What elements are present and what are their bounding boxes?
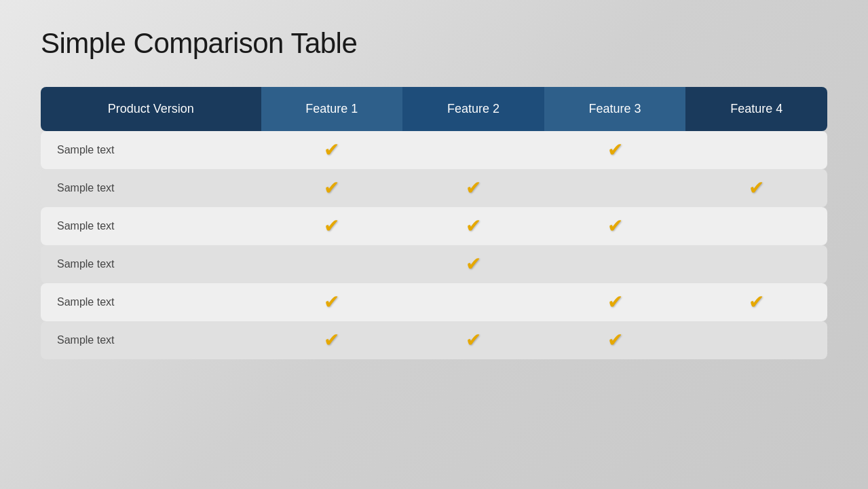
cell-feature2: ✔ — [402, 245, 544, 283]
table-row: Sample text✔✔✔ — [41, 207, 827, 245]
row-label: Sample text — [41, 245, 261, 283]
cell-feature2 — [402, 131, 544, 169]
cell-feature4: ✔ — [685, 169, 827, 207]
cell-feature1: ✔ — [261, 321, 403, 359]
checkmark-icon: ✔ — [466, 331, 481, 350]
cell-feature4 — [685, 245, 827, 283]
cell-feature4 — [685, 131, 827, 169]
checkmark-icon: ✔ — [466, 217, 481, 236]
row-label: Sample text — [41, 169, 261, 207]
row-label: Sample text — [41, 321, 261, 359]
row-label: Sample text — [41, 283, 261, 321]
cell-feature4 — [685, 321, 827, 359]
header-feature2: Feature 2 — [402, 87, 544, 131]
cell-feature1 — [261, 245, 403, 283]
checkmark-icon: ✔ — [749, 179, 764, 198]
table-row: Sample text✔✔✔ — [41, 283, 827, 321]
table-row: Sample text✔ — [41, 245, 827, 283]
cell-feature3: ✔ — [544, 207, 686, 245]
checkmark-icon: ✔ — [607, 217, 623, 236]
cell-feature4 — [685, 207, 827, 245]
cell-feature4: ✔ — [685, 283, 827, 321]
cell-feature3 — [544, 169, 686, 207]
header-product: Product Version — [41, 87, 261, 131]
header-feature3: Feature 3 — [544, 87, 686, 131]
comparison-table: Product Version Feature 1 Feature 2 Feat… — [41, 87, 827, 359]
checkmark-icon: ✔ — [607, 141, 623, 160]
table-row: Sample text✔✔ — [41, 131, 827, 169]
header-feature1: Feature 1 — [261, 87, 403, 131]
cell-feature2 — [402, 283, 544, 321]
checkmark-icon: ✔ — [607, 331, 623, 350]
checkmark-icon: ✔ — [324, 217, 339, 236]
row-label: Sample text — [41, 207, 261, 245]
checkmark-icon: ✔ — [324, 179, 339, 198]
cell-feature2: ✔ — [402, 169, 544, 207]
table-header-row: Product Version Feature 1 Feature 2 Feat… — [41, 87, 827, 131]
cell-feature2: ✔ — [402, 207, 544, 245]
cell-feature1: ✔ — [261, 207, 403, 245]
checkmark-icon: ✔ — [324, 141, 339, 160]
checkmark-icon: ✔ — [466, 255, 481, 274]
cell-feature2: ✔ — [402, 321, 544, 359]
cell-feature1: ✔ — [261, 131, 403, 169]
checkmark-icon: ✔ — [324, 293, 339, 312]
table-row: Sample text✔✔✔ — [41, 321, 827, 359]
header-feature4: Feature 4 — [685, 87, 827, 131]
cell-feature3: ✔ — [544, 283, 686, 321]
cell-feature1: ✔ — [261, 283, 403, 321]
checkmark-icon: ✔ — [749, 293, 764, 312]
row-label: Sample text — [41, 131, 261, 169]
cell-feature3: ✔ — [544, 321, 686, 359]
cell-feature3 — [544, 245, 686, 283]
cell-feature3: ✔ — [544, 131, 686, 169]
page-title: Simple Comparison Table — [41, 27, 827, 60]
checkmark-icon: ✔ — [607, 293, 623, 312]
cell-feature1: ✔ — [261, 169, 403, 207]
table-row: Sample text✔✔✔ — [41, 169, 827, 207]
checkmark-icon: ✔ — [466, 179, 481, 198]
checkmark-icon: ✔ — [324, 331, 339, 350]
